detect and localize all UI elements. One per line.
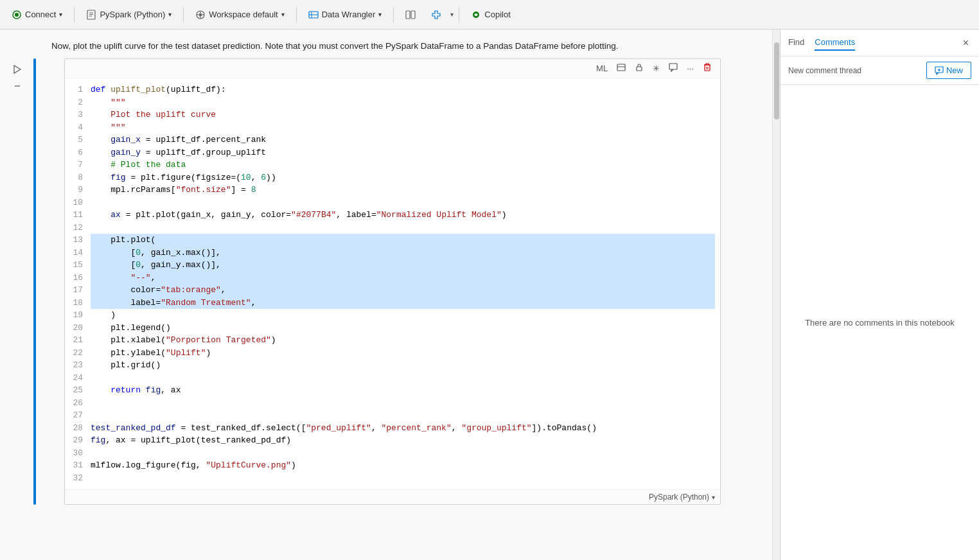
cell-language-selector[interactable]: PySpark (Python) ▾ [649,493,715,502]
panel-header: Find Comments × [781,30,979,57]
layout-icon [405,10,416,20]
connect-button[interactable]: Connect ▾ [5,4,69,25]
copilot-label: Copilot [484,10,510,19]
separator-1 [74,7,75,22]
separator-5 [459,7,459,22]
code-line-20: plt.legend() [91,322,715,335]
run-icon [13,65,22,74]
code-line-29: fig, ax = uplift_plot(test_ranked_pd_df) [91,434,715,447]
svg-point-7 [199,13,202,16]
code-line-17: color="tab:orange", [91,284,715,297]
code-line-30 [91,447,715,460]
notebook-area[interactable]: Now, plot the uplift curve for the test … [0,30,772,560]
code-line-16: "--", [91,272,715,284]
code-line-32 [91,472,715,485]
code-line-19: ) [91,309,715,322]
code-lines: def uplift_plot(uplift_df): """ Plot the… [91,83,720,484]
debug-icon [431,10,441,20]
cell-run-controls [12,64,23,92]
code-line-18: label="Random Treatment", [91,297,715,310]
code-cell-wrapper: ML ✳ [39,58,746,505]
code-line-7: # Plot the data [91,159,715,171]
code-line-14: [0, gain_x.max()], [91,247,715,259]
toolbar-chevron-icon[interactable]: ▾ [450,11,454,18]
svg-rect-15 [406,11,410,19]
lock-button[interactable] [631,62,647,75]
copilot-icon [471,10,481,20]
svg-marker-18 [14,66,21,73]
code-line-26 [91,397,715,410]
data-wrangler-label: Data Wrangler [322,10,376,19]
new-comment-thread-label: New comment thread [788,66,861,75]
new-button-label: New [946,66,963,75]
convert-icon [617,63,626,72]
main-toolbar: Connect ▾ PySpark (Python) ▾ Workspace d… [0,0,979,30]
collapse-button[interactable] [13,80,22,92]
cell-language-chevron-icon: ▾ [712,494,715,501]
debug-button[interactable] [425,4,448,25]
panel-close-button[interactable]: × [960,36,971,50]
separator-2 [183,7,184,22]
asterisk-button[interactable]: ✳ [649,62,663,74]
workspace-chevron-icon: ▾ [281,11,285,18]
code-line-2: """ [91,96,715,109]
new-comment-icon [935,66,944,75]
panel-tabs: Find Comments [788,35,855,51]
connect-chevron-icon: ▾ [59,11,62,18]
kernel-chevron-icon: ▾ [168,11,172,18]
more-options-button[interactable]: ··· [684,62,697,74]
code-line-15: [0, gain_y.max()], [91,259,715,272]
copilot-button[interactable]: Copilot [464,4,516,25]
notebook-icon [86,10,96,20]
main-content: Now, plot the uplift curve for the test … [0,30,979,560]
scrollbar-thumb[interactable] [774,42,779,119]
svg-rect-20 [617,64,625,71]
code-line-4: """ [91,121,715,134]
tab-comments[interactable]: Comments [815,35,855,51]
delete-cell-button[interactable] [700,62,715,75]
ml-button[interactable]: ML [593,62,611,74]
code-line-21: plt.xlabel("Porportion Targeted") [91,334,715,347]
connect-label: Connect [25,10,56,19]
cell-description: Now, plot the uplift curve for the test … [0,36,772,56]
run-cell-button[interactable] [12,64,23,77]
svg-rect-24 [705,65,710,71]
code-line-22: plt.ylabel("Uplift") [91,347,715,360]
code-line-31: mlflow.log_figure(fig, "UpliftCurve.png"… [91,459,715,472]
code-line-12 [91,222,715,234]
code-line-6: gain_y = uplift_df.group_uplift [91,146,715,159]
svg-rect-16 [411,11,415,19]
code-line-28: test_ranked_pd_df = test_ranked_df.selec… [91,422,715,435]
notebook-scrollbar[interactable] [772,30,780,560]
code-line-5: gain_x = uplift_df.percent_rank [91,134,715,146]
data-wrangler-chevron-icon: ▾ [378,11,382,18]
code-content: 12345 678910 1112131415 1617181920 21222… [65,78,720,489]
tab-find[interactable]: Find [788,35,804,51]
separator-3 [296,7,297,22]
collapse-icon [14,83,21,89]
kernel-button[interactable]: PySpark (Python) ▾ [80,4,178,25]
right-panel: Find Comments × New comment thread New T… [780,30,979,560]
new-comment-button[interactable]: New [926,62,971,79]
separator-4 [393,7,394,22]
workspace-label: Workspace default [209,10,278,19]
comment-icon [669,63,678,72]
code-line-8: fig = plt.figure(figsize=(10, 6)) [91,171,715,184]
empty-message-text: There are no comments in this notebook [805,318,955,328]
comment-cell-button[interactable] [666,62,681,75]
convert-button[interactable] [613,62,629,75]
workspace-icon [195,10,206,20]
workspace-button[interactable]: Workspace default ▾ [189,4,290,25]
code-line-3: Plot the uplift curve [91,109,715,121]
data-wrangler-icon [308,10,319,20]
cell-language-label: PySpark (Python) [649,493,709,502]
layout-button[interactable] [399,4,422,25]
code-line-11: ax = plt.plot(gain_x, gain_y, color="#20… [91,209,715,222]
connect-icon [12,10,22,20]
code-line-24 [91,372,715,385]
data-wrangler-button[interactable]: Data Wrangler ▾ [302,4,389,25]
code-cell[interactable]: ML ✳ [64,58,721,505]
code-line-1: def uplift_plot(uplift_df): [91,83,715,96]
cell-active-indicator [33,58,36,505]
code-line-27 [91,409,715,422]
